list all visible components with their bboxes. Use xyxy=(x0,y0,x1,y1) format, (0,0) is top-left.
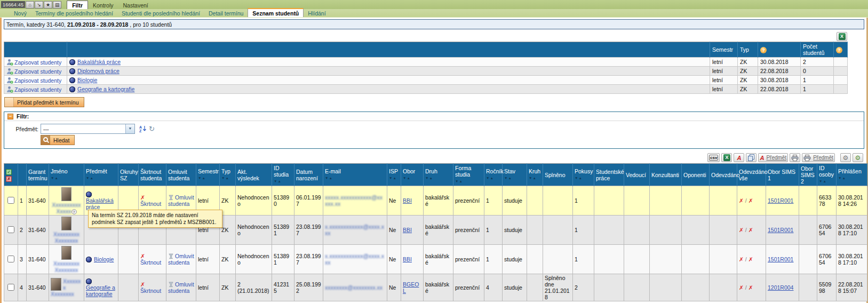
cross-icon[interactable]: ✗ xyxy=(739,227,744,233)
row-checkbox[interactable] xyxy=(7,197,14,204)
row-checkbox[interactable] xyxy=(7,226,14,233)
sort-icons[interactable] xyxy=(51,175,82,181)
sims1-link[interactable]: 1501R001 xyxy=(768,197,793,204)
row-checkbox[interactable] xyxy=(7,256,14,262)
cross-icon[interactable]: ✗ xyxy=(748,197,753,204)
sort-icons[interactable] xyxy=(575,175,592,181)
obor-link[interactable]: BBI xyxy=(403,197,412,204)
add-subject-button[interactable]: Přidat předmět k termínu xyxy=(4,97,84,107)
cross-icon[interactable]: ✗ xyxy=(739,284,744,291)
sort-icons[interactable] xyxy=(504,175,525,181)
pdf-predmet-button[interactable]: APředmět xyxy=(758,153,788,162)
cross-icon: ✗ xyxy=(140,253,145,259)
cross-icon[interactable]: ✗ xyxy=(748,256,753,262)
copy-icon xyxy=(748,156,753,161)
subject-filter-select[interactable]: --- xyxy=(41,124,135,134)
tab-seznam-studentu[interactable]: Seznam studentů xyxy=(248,8,304,17)
cross-icon[interactable]: ✗ xyxy=(748,227,753,233)
strike-student-link[interactable]: Škrtnout xyxy=(140,201,161,207)
sort-icons[interactable] xyxy=(403,175,421,181)
settings-green-button[interactable]: ⚙ xyxy=(853,153,863,162)
sort-az-icon[interactable]: AZ xyxy=(139,125,147,132)
subject-link[interactable]: Geografie a kartografie xyxy=(86,284,115,297)
info-icon[interactable] xyxy=(71,209,77,214)
enroll-students-link[interactable]: Zapisovat studenty xyxy=(14,86,61,93)
print-icon[interactable]: ▤ xyxy=(53,1,61,9)
tab-nastaveni[interactable]: Nastavení xyxy=(118,1,153,9)
print-button[interactable] xyxy=(790,153,800,162)
sort-icons[interactable] xyxy=(425,175,451,181)
sims1-link[interactable]: 1201R004 xyxy=(768,284,793,291)
help-icon[interactable] xyxy=(836,47,842,53)
rocnik-cell: 1 xyxy=(484,186,503,216)
help-icon[interactable] xyxy=(760,47,767,53)
subject-link[interactable]: Bakalářská práce xyxy=(86,197,114,210)
sort-icons[interactable] xyxy=(819,178,834,185)
kruh-cell xyxy=(527,216,543,245)
sims1-link[interactable]: 1501R001 xyxy=(768,227,793,233)
tab-terminy-dle-hledani[interactable]: Termíny dle posledního hledání xyxy=(31,9,117,17)
sort-icons[interactable] xyxy=(838,175,865,181)
enroll-students-link[interactable]: Zapisovat studenty xyxy=(14,68,61,75)
copy-button[interactable] xyxy=(746,153,756,162)
odevzdano-cell xyxy=(710,186,737,216)
enroll-students-link[interactable]: Zapisovat studenty xyxy=(14,59,61,66)
subject-icon xyxy=(86,278,92,284)
col-header-skrtnout: Škrtnout studenta xyxy=(139,164,166,186)
home-icon[interactable]: ⌂ xyxy=(26,1,34,9)
strike-student-link[interactable]: Škrtnout xyxy=(140,259,161,266)
go-icon[interactable]: ↘ xyxy=(35,1,43,9)
refresh-icon[interactable]: ↻ xyxy=(149,126,155,132)
id-osoby-cell: 550998 xyxy=(817,274,837,301)
sort-icons[interactable] xyxy=(198,175,218,181)
subject-link[interactable]: Biologie xyxy=(94,256,114,262)
collapse-icon[interactable]: − xyxy=(7,114,13,119)
export-csv-button[interactable]: csv xyxy=(707,153,720,162)
settings-button[interactable]: ⚙ xyxy=(840,153,851,162)
cross-icon[interactable]: ✗ xyxy=(739,197,744,204)
sort-icons[interactable] xyxy=(325,175,385,181)
export-excel-button[interactable] xyxy=(837,32,847,41)
subject-extra xyxy=(834,76,848,85)
tab-hlidani[interactable]: Hlídání xyxy=(304,9,330,17)
sort-icons[interactable] xyxy=(274,178,292,185)
tab-novy[interactable]: Nový xyxy=(10,9,31,17)
student-name-link[interactable]: Xxxxxxxxx Xxxxxxxx xyxy=(53,260,79,273)
select-all-icon[interactable]: ✓ xyxy=(6,169,12,175)
strike-student-link[interactable]: Škrtnout xyxy=(140,288,161,294)
subject-link[interactable]: Diplomová práce xyxy=(77,68,120,74)
obor-link[interactable]: BGEOL xyxy=(403,281,419,294)
sort-icons[interactable] xyxy=(221,175,234,181)
sort-icons[interactable] xyxy=(389,175,399,181)
subject-link[interactable]: Bakalářská práce xyxy=(77,59,121,65)
sort-icons[interactable] xyxy=(529,175,541,181)
col-header-select: ✓✗ xyxy=(4,164,18,186)
export-excel-button[interactable] xyxy=(721,153,732,162)
export-pdf-button[interactable]: A xyxy=(734,153,744,162)
cross-icon[interactable]: ✗ xyxy=(739,256,744,262)
enroll-students-link[interactable]: Zapisovat studenty xyxy=(14,77,61,84)
obor-link[interactable]: BBI xyxy=(403,256,412,262)
konzultanti-cell xyxy=(650,216,682,245)
tab-filtr[interactable]: Filtr xyxy=(67,1,88,9)
sort-icons[interactable] xyxy=(455,178,482,185)
cross-icon: ✗ xyxy=(140,194,145,201)
row-checkbox[interactable] xyxy=(7,284,14,291)
tab-studenti-dle-hledani[interactable]: Studenti dle posledního hledání xyxy=(117,9,204,17)
col-header-omluvit: Omluvit studenta xyxy=(166,164,196,186)
sort-icons[interactable] xyxy=(486,175,500,181)
print-predmet-button[interactable]: Předmět xyxy=(802,153,835,162)
tab-detail-terminu[interactable]: Detail termínu xyxy=(204,9,248,17)
sort-icons[interactable] xyxy=(86,175,116,181)
cross-icon[interactable]: ✗ xyxy=(748,284,753,291)
subject-link[interactable]: Geografie a kartografie xyxy=(77,86,134,92)
star-icon[interactable]: ★ xyxy=(44,1,52,9)
search-button[interactable]: Hledat xyxy=(41,135,75,145)
student-name-link[interactable]: Xxxxxxxxx Xxxxxxxx xyxy=(53,231,79,244)
col-header-id-osoby: ID osoby xyxy=(817,164,837,186)
sims1-link[interactable]: 1501R001 xyxy=(768,256,793,262)
obor-link[interactable]: BBI xyxy=(403,227,412,233)
tab-kontroly[interactable]: Kontroly xyxy=(88,1,118,9)
deselect-all-icon[interactable]: ✗ xyxy=(6,176,12,182)
subject-link[interactable]: Biologie xyxy=(77,77,97,83)
